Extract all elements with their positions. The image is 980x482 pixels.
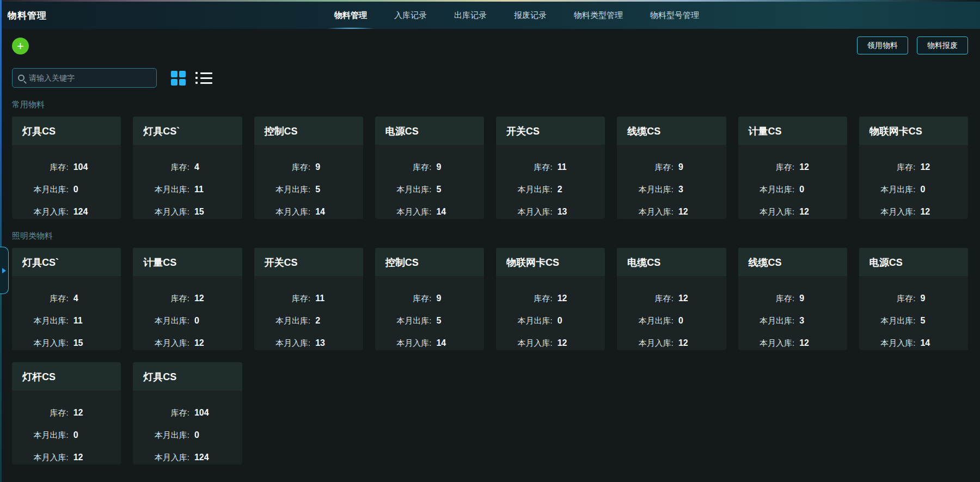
material-card-header: 线缆CS xyxy=(617,117,726,145)
material-card-header: 线缆CS xyxy=(738,248,847,276)
section-title-0: 常用物料 xyxy=(12,100,968,110)
out-row-label: 本月出库: xyxy=(744,313,795,328)
material-card[interactable]: 计量CS库存:12本月出库:0本月入库:12 xyxy=(133,248,242,350)
stock-row-value: 9 xyxy=(436,291,441,306)
out-row-label: 本月出库: xyxy=(622,182,673,197)
out-row-label: 本月出库: xyxy=(138,313,189,328)
material-card[interactable]: 灯具CS`库存:4本月出库:11本月入库:15 xyxy=(12,248,121,350)
material-card-title: 计量CS xyxy=(143,256,231,269)
out-row: 本月出库:11 xyxy=(138,182,236,197)
material-card[interactable]: 物联网卡CS库存:12本月出库:0本月入库:12 xyxy=(859,117,968,219)
stock-row-label: 库存: xyxy=(17,160,69,175)
action-button-0[interactable]: 领用物料 xyxy=(857,36,908,54)
out-row-value: 0 xyxy=(558,313,562,328)
top-accent-line xyxy=(0,0,980,2)
in-row-value: 124 xyxy=(74,204,88,219)
list-view-icon[interactable] xyxy=(195,72,212,84)
stock-row-label: 库存: xyxy=(17,291,69,306)
tab-5[interactable]: 物料型号管理 xyxy=(649,2,700,29)
tab-0[interactable]: 物料管理 xyxy=(333,2,368,29)
in-row-label: 本月入库: xyxy=(501,204,553,219)
in-row-value: 12 xyxy=(678,204,688,219)
material-card[interactable]: 线缆CS库存:9本月出库:3本月入库:12 xyxy=(738,248,847,350)
in-row: 本月入库:12 xyxy=(622,335,720,350)
stock-row: 库存:9 xyxy=(381,160,479,175)
out-row: 本月出库:5 xyxy=(260,182,358,197)
chevron-right-icon xyxy=(2,268,6,273)
in-row-value: 14 xyxy=(436,335,446,350)
toolbar: + 领用物料物料报废 xyxy=(0,29,980,88)
in-row-label: 本月入库: xyxy=(744,335,795,350)
stock-row-value: 12 xyxy=(678,291,688,306)
material-card[interactable]: 灯具CS库存:104本月出库:0本月入库:124 xyxy=(133,362,242,465)
material-card[interactable]: 开关CS库存:11本月出库:2本月入库:13 xyxy=(496,117,605,219)
material-card[interactable]: 计量CS库存:12本月出库:0本月入库:12 xyxy=(738,117,847,219)
material-card-title: 灯杆CS xyxy=(22,370,111,383)
search-input[interactable] xyxy=(29,74,151,82)
stock-row-value: 9 xyxy=(920,291,925,306)
material-card[interactable]: 灯具CS库存:104本月出库:0本月入库:124 xyxy=(12,117,121,219)
out-row-label: 本月出库: xyxy=(501,313,553,328)
in-row-label: 本月入库: xyxy=(501,335,553,350)
out-row-value: 11 xyxy=(74,313,83,328)
material-card-header: 物联网卡CS xyxy=(496,248,605,276)
in-row-value: 12 xyxy=(74,450,83,465)
stock-row-label: 库存: xyxy=(622,291,673,306)
material-card[interactable]: 电缆CS库存:12本月出库:0本月入库:12 xyxy=(617,248,726,350)
stock-row-label: 库存: xyxy=(865,291,916,306)
out-row-value: 3 xyxy=(799,313,804,328)
stock-row-value: 104 xyxy=(74,160,88,175)
material-card[interactable]: 控制CS库存:9本月出库:5本月入库:14 xyxy=(375,248,484,350)
out-row-label: 本月出库: xyxy=(17,182,69,197)
tab-3[interactable]: 报废记录 xyxy=(513,2,548,29)
material-card[interactable]: 灯具CS`库存:4本月出库:11本月入库:15 xyxy=(133,117,242,219)
stock-row-value: 12 xyxy=(558,291,567,306)
search-box[interactable] xyxy=(12,68,157,88)
stock-row: 库存:9 xyxy=(622,160,720,175)
left-accent-line xyxy=(0,0,2,482)
grid-view-icon[interactable] xyxy=(171,71,186,86)
in-row-label: 本月入库: xyxy=(260,204,311,219)
out-row-value: 0 xyxy=(74,428,78,443)
material-card-body: 库存:9本月出库:5本月入库:14 xyxy=(859,276,968,350)
card-grid-0: 灯具CS库存:104本月出库:0本月入库:124灯具CS`库存:4本月出库:11… xyxy=(12,117,968,219)
out-row-value: 5 xyxy=(436,182,441,197)
tab-2[interactable]: 出库记录 xyxy=(453,2,488,29)
material-card[interactable]: 灯杆CS库存:12本月出库:0本月入库:12 xyxy=(12,362,121,465)
material-card-title: 线缆CS xyxy=(749,256,837,269)
stock-row: 库存:12 xyxy=(138,291,236,306)
out-row-label: 本月出库: xyxy=(138,182,189,197)
stock-row: 库存:11 xyxy=(260,291,358,306)
material-card[interactable]: 开关CS库存:11本月出库:2本月入库:13 xyxy=(254,248,363,350)
action-button-1[interactable]: 物料报废 xyxy=(917,36,968,54)
tab-1[interactable]: 入库记录 xyxy=(393,2,428,29)
material-card-header: 开关CS xyxy=(496,117,605,145)
out-row-label: 本月出库: xyxy=(138,428,189,443)
stock-row: 库存:12 xyxy=(17,405,115,420)
in-row-value: 14 xyxy=(920,335,930,350)
in-row: 本月入库:124 xyxy=(17,204,115,219)
material-card[interactable]: 电源CS库存:9本月出库:5本月入库:14 xyxy=(375,117,484,219)
tab-4[interactable]: 物料类型管理 xyxy=(573,2,624,29)
drawer-expand-toggle[interactable] xyxy=(0,247,9,294)
material-card[interactable]: 电源CS库存:9本月出库:5本月入库:14 xyxy=(859,248,968,350)
material-card[interactable]: 控制CS库存:9本月出库:5本月入库:14 xyxy=(254,117,363,219)
material-card-header: 灯具CS xyxy=(12,117,121,145)
in-row-value: 14 xyxy=(436,204,446,219)
material-card-body: 库存:9本月出库:5本月入库:14 xyxy=(375,276,484,350)
material-card[interactable]: 线缆CS库存:9本月出库:3本月入库:12 xyxy=(617,117,726,219)
out-row: 本月出库:5 xyxy=(865,313,963,328)
stock-row-value: 12 xyxy=(920,160,930,175)
material-card-title: 控制CS xyxy=(385,256,474,269)
add-material-button[interactable]: + xyxy=(12,38,29,54)
out-row-value: 0 xyxy=(74,182,78,197)
stock-row-label: 库存: xyxy=(381,291,432,306)
in-row-value: 13 xyxy=(558,204,567,219)
out-row: 本月出库:11 xyxy=(17,313,115,328)
material-card-body: 库存:9本月出库:5本月入库:14 xyxy=(375,145,484,219)
stock-row-value: 12 xyxy=(799,160,809,175)
section-title-1: 照明类物料 xyxy=(12,231,968,241)
out-row-label: 本月出库: xyxy=(622,313,673,328)
material-card[interactable]: 物联网卡CS库存:12本月出库:0本月入库:12 xyxy=(496,248,605,350)
out-row: 本月出库:0 xyxy=(138,313,236,328)
